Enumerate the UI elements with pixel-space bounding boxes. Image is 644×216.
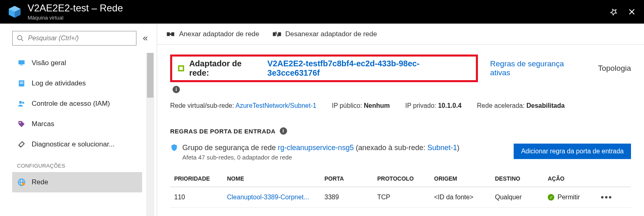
col-priority[interactable]: PRIORIDADE bbox=[174, 175, 227, 182]
nic-icon bbox=[177, 64, 185, 72]
shield-icon bbox=[170, 144, 178, 152]
sidebar-item-label: Rede bbox=[32, 178, 48, 186]
people-icon bbox=[17, 99, 26, 108]
svg-point-13 bbox=[22, 102, 24, 104]
inbound-rules-table: PRIORIDADE NOME PORTA PROTOCOLO ORIGEM D… bbox=[170, 170, 631, 208]
close-icon[interactable] bbox=[625, 5, 638, 18]
info-icon[interactable]: i bbox=[280, 127, 287, 135]
svg-rect-23 bbox=[278, 32, 281, 36]
cell-action: ✓ Permitir bbox=[548, 194, 596, 201]
tag-icon bbox=[17, 120, 26, 129]
svg-rect-7 bbox=[19, 60, 25, 64]
sidebar-item-overview[interactable]: Visão geral bbox=[12, 53, 142, 73]
adapter-label: Adaptador de rede: bbox=[189, 59, 264, 78]
pin-icon[interactable] bbox=[607, 5, 620, 18]
svg-point-5 bbox=[17, 35, 22, 40]
detach-nic-button[interactable]: Desanexar adaptador de rede bbox=[271, 28, 379, 41]
info-icon[interactable]: i bbox=[173, 86, 180, 93]
nsg-description: Grupo de segurança de rede rg-cleanupser… bbox=[182, 144, 510, 152]
monitor-icon bbox=[17, 59, 26, 68]
svg-line-24 bbox=[276, 31, 278, 37]
cell-name-link[interactable]: Cleanuptool-3389-Corpnet... bbox=[227, 194, 324, 201]
vm-icon bbox=[7, 4, 22, 19]
scrollbar-thumb[interactable] bbox=[147, 53, 153, 98]
search-icon bbox=[17, 35, 24, 42]
svg-point-14 bbox=[19, 122, 21, 123]
col-port[interactable]: PORTA bbox=[324, 175, 377, 182]
sidebar-item-label: Diagnosticar e solucionar... bbox=[32, 140, 115, 148]
table-header: PRIORIDADE NOME PORTA PROTOCOLO ORIGEM D… bbox=[170, 170, 631, 187]
svg-rect-8 bbox=[21, 65, 23, 65]
sidebar: Pesquisar (Ctrl+/) « Visão geral Log de … bbox=[0, 24, 157, 216]
cell-source: <ID da fonte> bbox=[434, 194, 495, 201]
row-more-button[interactable]: ••• bbox=[596, 192, 617, 203]
attach-icon bbox=[166, 31, 175, 38]
subnet-link[interactable]: Subnet-1 bbox=[427, 144, 457, 152]
col-destination[interactable]: DESTINO bbox=[495, 175, 548, 182]
accel-net-label: Rede acelerada: bbox=[477, 102, 525, 109]
public-ip-label: IP público: bbox=[332, 102, 362, 109]
toolbar-label: Desanexar adaptador de rede bbox=[285, 30, 377, 38]
toolbar: Anexar adaptador de rede Desanexar adapt… bbox=[157, 24, 644, 45]
sidebar-item-label: Marcas bbox=[32, 120, 54, 128]
accel-net-value: Desabilitada bbox=[526, 102, 564, 109]
svg-rect-11 bbox=[20, 83, 23, 84]
network-icon bbox=[17, 178, 26, 187]
sidebar-item-tags[interactable]: Marcas bbox=[12, 114, 142, 134]
sidebar-section-config: CONFIGURAÇÕES bbox=[12, 155, 142, 172]
attach-nic-button[interactable]: Anexar adaptador de rede bbox=[164, 28, 261, 41]
svg-rect-19 bbox=[167, 32, 170, 36]
nsg-note: Afeta 47 sub-redes, 0 adaptador de rede bbox=[182, 154, 510, 161]
inbound-rules-header: REGRAS DE PORTA DE ENTRADA i bbox=[170, 127, 631, 135]
blade-header: V2AE2E2-test – Rede Máquina virtual bbox=[0, 0, 644, 24]
svg-rect-21 bbox=[170, 33, 171, 35]
svg-point-12 bbox=[19, 101, 22, 104]
toolbar-label: Anexar adaptador de rede bbox=[179, 30, 259, 38]
sidebar-item-diagnose[interactable]: Diagnosticar e solucionar... bbox=[12, 134, 142, 155]
main-content: Anexar adaptador de rede Desanexar adapt… bbox=[157, 24, 644, 216]
sidebar-item-network[interactable]: Rede bbox=[12, 172, 142, 192]
private-ip-label: IP privado: bbox=[405, 102, 436, 109]
private-ip-value: 10.1.0.4 bbox=[438, 102, 462, 109]
col-action[interactable]: AÇÃO bbox=[548, 175, 596, 182]
active-security-rules-link[interactable]: Regras de segurança ativas bbox=[490, 59, 586, 77]
detach-icon bbox=[272, 31, 281, 38]
sidebar-item-activity-log[interactable]: Log de atividades bbox=[12, 73, 142, 94]
table-row[interactable]: 110 Cleanuptool-3389-Corpnet... 3389 TCP… bbox=[170, 187, 631, 208]
network-adapter-highlight: Adaptador de rede: V2AE2E2-testfb7c8bf4-… bbox=[170, 55, 478, 82]
sidebar-item-label: Controle de acesso (IAM) bbox=[32, 100, 110, 108]
adapter-name-link[interactable]: V2AE2E2-testfb7c8bf4-ec2d-433b-98ec-3e3c… bbox=[268, 59, 471, 78]
sidebar-item-label: Visão geral bbox=[32, 59, 66, 67]
page-subtitle: Máquina virtual bbox=[28, 15, 123, 21]
add-inbound-rule-button[interactable]: Adicionar regra da porta de entrada bbox=[514, 144, 631, 159]
svg-line-6 bbox=[21, 39, 23, 41]
topology-link[interactable]: Topologia bbox=[598, 64, 631, 73]
svg-rect-22 bbox=[272, 32, 275, 36]
cell-port: 3389 bbox=[324, 194, 377, 201]
search-input[interactable]: Pesquisar (Ctrl+/) bbox=[12, 31, 136, 46]
page-title: V2AE2E2-test – Rede bbox=[28, 3, 123, 13]
public-ip-value: Nenhum bbox=[364, 102, 390, 109]
svg-rect-26 bbox=[179, 67, 183, 70]
cell-priority: 110 bbox=[174, 194, 227, 201]
cell-destination: Qualquer bbox=[495, 194, 548, 201]
tools-icon bbox=[17, 140, 26, 149]
col-source[interactable]: ORIGEM bbox=[434, 175, 495, 182]
nsg-link[interactable]: rg-cleanupservice-nsg5 bbox=[278, 144, 354, 152]
vnet-label: Rede virtual/sub-rede: bbox=[170, 102, 234, 109]
sidebar-item-iam[interactable]: Controle de acesso (IAM) bbox=[12, 94, 142, 114]
log-icon bbox=[17, 79, 26, 88]
svg-point-18 bbox=[22, 183, 25, 185]
allow-icon: ✓ bbox=[548, 194, 554, 201]
svg-rect-10 bbox=[20, 82, 23, 83]
vnet-link[interactable]: AzureTestNetwork/Subnet-1 bbox=[236, 102, 316, 109]
sidebar-scrollbar[interactable] bbox=[146, 53, 154, 216]
adapter-meta: Rede virtual/sub-rede: AzureTestNetwork/… bbox=[170, 102, 631, 109]
sidebar-item-label: Log de atividades bbox=[32, 79, 86, 87]
svg-rect-20 bbox=[171, 32, 174, 36]
collapse-sidebar-icon[interactable]: « bbox=[141, 31, 149, 45]
col-protocol[interactable]: PROTOCOLO bbox=[377, 175, 434, 182]
cell-protocol: TCP bbox=[377, 194, 434, 201]
search-placeholder: Pesquisar (Ctrl+/) bbox=[28, 35, 79, 42]
col-name[interactable]: NOME bbox=[227, 175, 324, 182]
